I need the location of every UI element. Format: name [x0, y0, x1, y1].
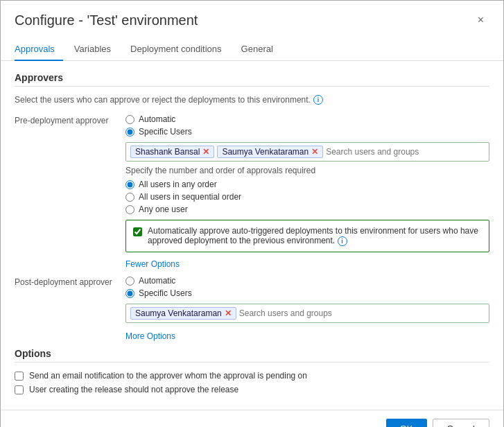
auto-approve-checkbox[interactable] [133, 227, 142, 236]
no-self-approve-label: User creating the release should not app… [29, 385, 238, 394]
auto-approve-checkbox-container: Automatically approve auto-triggered dep… [125, 220, 489, 252]
pre-deployment-content: Automatic Specific Users Shashank Bansal… [125, 114, 489, 269]
pre-tag-saumya: Saumya Venkataraman ✕ [217, 146, 323, 158]
post-deployment-content: Automatic Specific Users Saumya Venkatar… [125, 276, 489, 341]
tab-deployment-conditions[interactable]: Deployment conditions [130, 38, 230, 61]
any-order-radio[interactable] [125, 180, 134, 189]
options-divider [15, 362, 489, 363]
tabs-bar: Approvals Variables Deployment condition… [1, 38, 503, 61]
configure-dialog: Configure - 'Test' environment × Approva… [0, 0, 504, 427]
pre-specific-radio-item[interactable]: Specific Users [125, 127, 489, 137]
post-auto-radio[interactable] [125, 277, 134, 286]
pre-deployment-radio-group: Automatic Specific Users [125, 114, 489, 137]
dialog-title: Configure - 'Test' environment [15, 12, 198, 28]
email-notify-checkbox[interactable] [15, 372, 24, 381]
post-specific-radio[interactable] [125, 289, 134, 298]
dialog-header: Configure - 'Test' environment × [1, 1, 503, 35]
pre-deployment-tag-input[interactable]: Shashank Bansal ✕ Saumya Venkataraman ✕ [125, 142, 489, 162]
pre-deployment-row: Pre-deployment approver Automatic Specif… [15, 114, 489, 269]
fewer-options-link[interactable]: Fewer Options [125, 259, 180, 269]
post-deployment-radio-group: Automatic Specific Users [125, 276, 489, 298]
pre-deployment-label: Pre-deployment approver [15, 114, 125, 125]
pre-specific-radio[interactable] [125, 128, 134, 137]
any-one-radio-item[interactable]: Any one user [125, 204, 489, 214]
post-search-input[interactable] [239, 308, 485, 318]
email-notify-row: Send an email notification to the approv… [15, 371, 489, 381]
pre-tag-shashank-remove[interactable]: ✕ [202, 148, 209, 156]
cancel-button[interactable]: Cancel [433, 419, 489, 427]
tab-approvals[interactable]: Approvals [15, 38, 63, 61]
dialog-footer: OK Cancel [1, 410, 503, 427]
sequential-radio-item[interactable]: All users in sequential order [125, 192, 489, 202]
email-notify-label: Send an email notification to the approv… [29, 371, 307, 381]
no-self-approve-row: User creating the release should not app… [15, 385, 489, 394]
pre-tag-shashank: Shashank Bansal ✕ [130, 146, 214, 158]
dialog-body: Approvers Select the users who can appro… [1, 61, 503, 410]
any-one-radio[interactable] [125, 205, 134, 214]
no-self-approve-checkbox[interactable] [15, 385, 24, 394]
pre-auto-radio[interactable] [125, 115, 134, 124]
post-tag-saumya: Saumya Venkataraman ✕ [130, 307, 236, 320]
close-button[interactable]: × [472, 12, 489, 28]
approvers-info-icon[interactable]: i [313, 95, 323, 105]
sequential-radio[interactable] [125, 193, 134, 202]
tab-variables[interactable]: Variables [74, 38, 119, 61]
post-deployment-tag-input[interactable]: Saumya Venkataraman ✕ [125, 304, 489, 323]
approvers-section-title: Approvers [15, 72, 489, 83]
order-radio-group: All users in any order All users in sequ… [125, 180, 489, 214]
any-order-radio-item[interactable]: All users in any order [125, 180, 489, 189]
post-deployment-label: Post-deployment approver [15, 276, 125, 287]
post-specific-radio-item[interactable]: Specific Users [125, 288, 489, 298]
post-deployment-row: Post-deployment approver Automatic Speci… [15, 276, 489, 341]
options-section: Options Send an email notification to th… [15, 348, 489, 394]
ok-button[interactable]: OK [386, 419, 427, 427]
tab-general[interactable]: General [241, 38, 281, 61]
post-auto-radio-item[interactable]: Automatic [125, 276, 489, 286]
options-section-title: Options [15, 348, 489, 359]
order-label: Specify the number and order of approval… [125, 166, 489, 175]
post-tag-saumya-remove[interactable]: ✕ [225, 309, 232, 317]
approvers-desc: Select the users who can approve or reje… [15, 95, 489, 105]
approvers-divider [15, 86, 489, 87]
pre-tag-saumya-remove[interactable]: ✕ [311, 148, 318, 156]
auto-approve-info-icon[interactable]: i [338, 236, 347, 246]
more-options-link[interactable]: More Options [125, 331, 175, 341]
pre-search-input[interactable] [326, 147, 485, 157]
pre-auto-radio-item[interactable]: Automatic [125, 114, 489, 124]
